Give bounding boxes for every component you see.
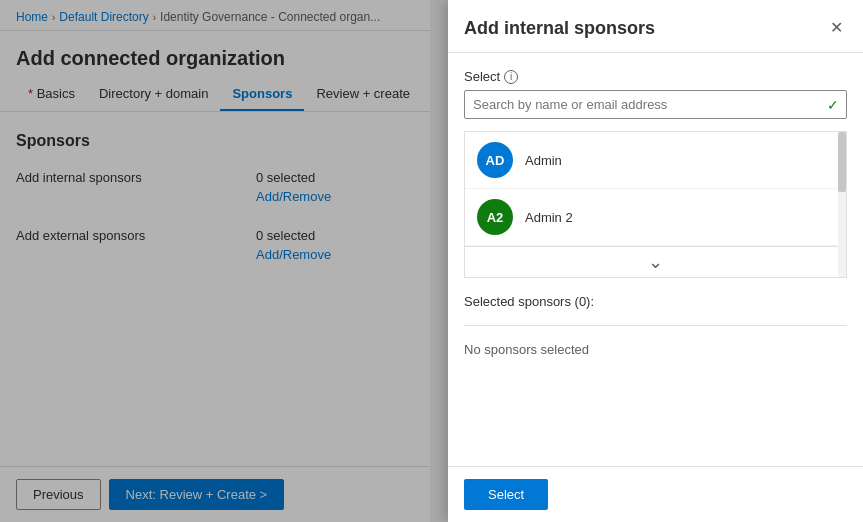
panel-footer: Select — [448, 466, 863, 522]
user-item-admin2[interactable]: A2 Admin 2 — [465, 189, 846, 246]
panel-close-button[interactable]: ✕ — [826, 16, 847, 40]
user-list: AD Admin A2 Admin 2 ⌄ — [465, 132, 846, 277]
user-name-admin: Admin — [525, 153, 562, 168]
more-indicator: ⌄ — [465, 246, 846, 277]
user-name-admin2: Admin 2 — [525, 210, 573, 225]
select-button[interactable]: Select — [464, 479, 548, 510]
info-icon[interactable]: i — [504, 70, 518, 84]
search-box: ✓ — [464, 90, 847, 119]
user-list-wrapper: AD Admin A2 Admin 2 ⌄ — [464, 131, 847, 278]
more-icon: ⌄ — [648, 251, 663, 273]
add-internal-sponsors-panel: Add internal sponsors ✕ Select i ✓ AD Ad… — [448, 0, 863, 522]
scrollbar-track — [838, 132, 846, 277]
search-check-icon: ✓ — [827, 97, 839, 113]
avatar-admin: AD — [477, 142, 513, 178]
panel-header: Add internal sponsors ✕ — [448, 0, 863, 53]
panel-title: Add internal sponsors — [464, 18, 655, 39]
close-icon: ✕ — [830, 19, 843, 36]
avatar-admin2: A2 — [477, 199, 513, 235]
divider — [464, 325, 847, 326]
search-input[interactable] — [464, 90, 847, 119]
user-item-admin[interactable]: AD Admin — [465, 132, 846, 189]
selected-sponsors-label: Selected sponsors (0): — [464, 294, 847, 309]
select-label: Select i — [464, 69, 847, 84]
panel-body: Select i ✓ AD Admin A2 Admin 2 ⌄ — [448, 53, 863, 466]
no-sponsors-text: No sponsors selected — [464, 334, 847, 365]
scrollbar-thumb[interactable] — [838, 132, 846, 192]
